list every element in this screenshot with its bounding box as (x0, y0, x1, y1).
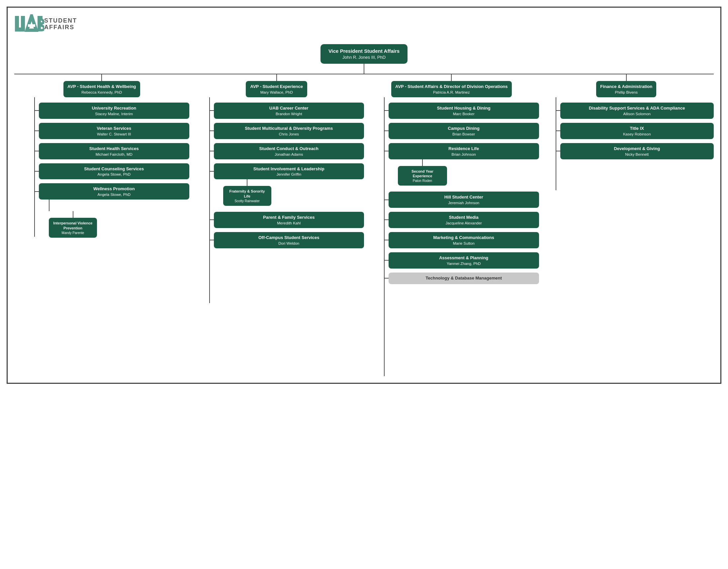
col1-subchild-row: Interpersonal Violence Prevention Mandy … (39, 211, 189, 238)
col3-item-3: Residence Life Brian Johnson (385, 143, 539, 159)
col1-title-4: Student Counseling Services (43, 166, 185, 172)
col1-title-1: University Recreation (43, 106, 185, 111)
col2-card-1: UAB Career Center Brandon Wright (214, 103, 364, 119)
uab-logo-icon (14, 14, 44, 34)
col2-header-title: AVP - Student Experience (250, 84, 303, 90)
col4: Finance & Administration Phillip Bivens (539, 74, 714, 190)
col1-name-3: Michael Faircloth, MD (43, 152, 185, 156)
col1-card-2: Veteran Services Walter C. Stewart III (39, 123, 189, 139)
col1-down (101, 74, 102, 81)
col1-header-card: AVP - Student Health & Wellbeing Rebecca… (63, 81, 140, 97)
col2-item-1: UAB Career Center Brandon Wright (210, 103, 364, 119)
col1-title-3: Student Health Services (43, 146, 185, 152)
col2-sub-wrap: Fraternity & Sorority Life Scotty Rainwa… (223, 179, 271, 209)
col1-title-5: Wellness Promotion (43, 186, 185, 192)
col1-header-title: AVP - Student Health & Wellbeing (67, 84, 136, 90)
columns-container: AVP - Student Health & Wellbeing Rebecca… (14, 74, 714, 376)
col3-card-7: Assessment & Planning Yanmei Zhang, PhD (389, 252, 539, 269)
col2-item-3: Student Conduct & Outreach Jonathan Adam… (210, 143, 364, 159)
col2-item-5: Parent & Family Services Meredith Kahl (210, 212, 364, 228)
col1-name-1: Stacey Maline, Interim (43, 112, 185, 116)
col3-card-2: Campus Dining Brian Bowser (389, 123, 539, 139)
root-name: John R. Jones III, PhD (328, 55, 400, 60)
col4-card-1: Disability Support Services & ADA Compli… (560, 103, 714, 119)
col3-card-5: Student Media Jacqueline Alexander (389, 212, 539, 228)
col2-sub-card: Fraternity & Sorority Life Scotty Rainwa… (223, 186, 271, 206)
col2: AVP - Student Experience Mary Wallace, P… (189, 74, 364, 303)
page-wrapper: STUDENT AFFAIRS Vice President Student A… (7, 7, 721, 384)
col4-header-card: Finance & Administration Phillip Bivens (596, 81, 656, 97)
col1-h2 (35, 131, 39, 131)
col3-card-6: Marketing & Communications Marie Sutton (389, 232, 539, 248)
col3-item-7: Assessment & Planning Yanmei Zhang, PhD (385, 252, 539, 269)
col2-card-6: Off-Campus Student Services Dori Weldon (214, 232, 364, 248)
col4-down (626, 74, 627, 81)
logo: STUDENT AFFAIRS (14, 14, 77, 34)
col4-items: Disability Support Services & ADA Compli… (556, 97, 714, 159)
col1-items: University Recreation Stacey Maline, Int… (35, 97, 189, 238)
svg-marker-3 (27, 16, 36, 30)
col3-branch-area: Student Housing & Dining Marc Booker Cam… (364, 97, 539, 376)
col4-card-2: Title IX Kasey Robinson (560, 123, 714, 139)
col3-card-3: Residence Life Brian Johnson (389, 143, 539, 159)
logo-line2: AFFAIRS (44, 24, 77, 31)
col1-subchild (35, 200, 189, 211)
col1-sub-down (73, 211, 73, 218)
col3-sub-card: Second Year Experience Paton Roden (398, 166, 447, 186)
col1-item-1: University Recreation Stacey Maline, Int… (35, 103, 189, 119)
col2-subchild-area: Fraternity & Sorority Life Scotty Rainwa… (210, 179, 364, 209)
col2-header-card: AVP - Student Experience Mary Wallace, P… (246, 81, 307, 97)
col3-sub-area: Second Year Experience Paton Roden (385, 159, 539, 189)
svg-rect-4 (28, 24, 35, 27)
col1-subchild-card: Interpersonal Violence Prevention Mandy … (49, 218, 97, 238)
col1: AVP - Student Health & Wellbeing Rebecca… (14, 74, 189, 238)
col2-item-6: Off-Campus Student Services Dori Weldon (210, 232, 364, 248)
col4-card-3: Development & Giving Nicky Bennett (560, 143, 714, 159)
col1-name-2: Walter C. Stewart III (43, 132, 185, 136)
col4-item-3: Development & Giving Nicky Bennett (556, 143, 714, 159)
svg-rect-2 (21, 16, 25, 29)
col1-title-2: Veteran Services (43, 126, 185, 132)
col1-name-4: Angela Stowe, PhD (43, 172, 185, 176)
col4-header-title: Finance & Administration (600, 84, 652, 90)
col2-header-name: Mary Wallace, PhD (250, 90, 303, 94)
col3-item-6: Marketing & Communications Marie Sutton (385, 232, 539, 248)
root-card: Vice President Student Affairs John R. J… (320, 44, 408, 64)
col3-item-5: Student Media Jacqueline Alexander (385, 212, 539, 228)
col3-down (451, 74, 452, 81)
col1-sub-v (49, 200, 49, 211)
header: STUDENT AFFAIRS (14, 14, 714, 34)
col2-card-5: Parent & Family Services Meredith Kahl (214, 212, 364, 228)
col2-down (276, 74, 277, 81)
root-down-line (364, 64, 364, 74)
col1-card-5: Wellness Promotion Angela Stowe, PhD (39, 183, 189, 200)
col3-item-1: Student Housing & Dining Marc Booker (385, 103, 539, 119)
logo-line1: STUDENT (44, 18, 77, 24)
col3-sub-wrap: Second Year Experience Paton Roden (398, 159, 447, 189)
col2-card-2: Student Multicultural & Diversity Progra… (214, 123, 364, 139)
col1-item-2: Veteran Services Walter C. Stewart III (35, 123, 189, 139)
col1-item-5: Wellness Promotion Angela Stowe, PhD (35, 183, 189, 200)
col3-header-card: AVP - Student Affairs & Director of Divi… (391, 81, 512, 97)
svg-rect-0 (15, 16, 19, 29)
col1-card-1: University Recreation Stacey Maline, Int… (39, 103, 189, 119)
logo-text: STUDENT AFFAIRS (44, 18, 77, 31)
root-title: Vice President Student Affairs (328, 48, 400, 54)
col1-header-name: Rebecca Kennedy, PhD (67, 90, 136, 94)
col2-card-4: Student Involvement & Leadership Jennife… (214, 163, 364, 180)
col1-h1 (35, 110, 39, 111)
col1-sub-title: Interpersonal Violence Prevention (53, 221, 93, 231)
col4-branch-area: Disability Support Services & ADA Compli… (539, 97, 714, 190)
col2-items: UAB Career Center Brandon Wright Student… (210, 97, 364, 248)
col2-item-4: Student Involvement & Leadership Jennife… (210, 163, 364, 180)
col1-name-5: Angela Stowe, PhD (43, 193, 185, 197)
col3-card-8: Technology & Database Management (389, 273, 539, 284)
org-chart: Vice President Student Affairs John R. J… (14, 44, 714, 376)
col3-header-name: Patricia A.R. Martinez (395, 90, 508, 94)
col1-card-4: Student Counseling Services Angela Stowe… (39, 163, 189, 180)
col2-item-2: Student Multicultural & Diversity Progra… (210, 123, 364, 139)
root-section: Vice President Student Affairs John R. J… (14, 44, 714, 74)
col1-item-3: Student Health Services Michael Fairclot… (35, 143, 189, 159)
col4-item-1: Disability Support Services & ADA Compli… (556, 103, 714, 119)
col3-card-4: Hill Student Center Jeremiah Johnson (389, 192, 539, 208)
